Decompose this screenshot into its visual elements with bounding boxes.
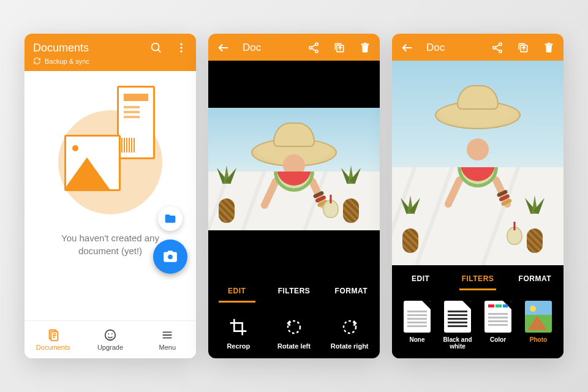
rotate-left-icon (282, 315, 306, 339)
document-preview[interactable] (392, 61, 564, 265)
tool-label: Rotate left (277, 342, 311, 350)
nav-label: Upgrade (97, 344, 123, 351)
crop-icon (227, 315, 250, 339)
svg-point-2 (180, 43, 182, 45)
svg-point-12 (108, 333, 109, 334)
nav-label: Menu (159, 344, 176, 351)
backup-sync-button[interactable]: Backup & sync (33, 57, 187, 65)
svg-point-5 (168, 255, 173, 260)
editor-tabs: EDIT FILTERS FORMAT (392, 265, 564, 292)
svg-rect-38 (548, 43, 551, 44)
svg-line-34 (496, 48, 499, 51)
nav-upgrade[interactable]: Upgrade (81, 321, 138, 358)
document-preview[interactable] (208, 61, 380, 277)
more-icon[interactable] (175, 41, 187, 55)
screen-title: Doc (426, 42, 483, 54)
back-icon[interactable] (217, 41, 230, 55)
svg-rect-25 (361, 43, 369, 45)
edit-tools: Recrop Rotate left Rotate right (208, 304, 380, 358)
svg-point-13 (111, 333, 113, 334)
search-icon[interactable] (149, 41, 163, 55)
back-icon[interactable] (401, 41, 414, 55)
screen-edit: Doc (208, 34, 380, 358)
filter-label: Color (490, 336, 506, 343)
bottom-nav: Documents Upgrade Menu (24, 320, 196, 358)
import-fab[interactable] (158, 206, 183, 231)
svg-point-0 (152, 43, 159, 51)
svg-point-30 (499, 43, 502, 45)
filter-label: Photo (530, 336, 547, 343)
delete-icon[interactable] (359, 42, 371, 54)
tool-label: Recrop (227, 342, 250, 350)
svg-point-18 (315, 43, 318, 45)
svg-point-28 (344, 321, 356, 333)
editor-tabs: EDIT FILTERS FORMAT (208, 277, 380, 304)
empty-illustration (52, 86, 168, 214)
svg-point-20 (315, 50, 318, 53)
svg-rect-26 (364, 43, 367, 44)
screen-filters: Doc (392, 34, 564, 358)
tool-recrop[interactable]: Recrop (212, 315, 265, 350)
screen-title: Documents (33, 42, 141, 55)
svg-point-3 (180, 47, 182, 48)
svg-point-19 (309, 47, 312, 49)
svg-point-27 (288, 321, 300, 333)
tool-label: Rotate right (331, 342, 369, 350)
svg-point-4 (180, 50, 182, 52)
share-icon[interactable] (491, 42, 503, 54)
empty-state: You haven't created any document (yet!) (24, 71, 196, 320)
app-bar: Doc (392, 34, 564, 61)
svg-point-31 (493, 47, 496, 49)
photo-placeholder (392, 61, 564, 265)
app-bar: Doc (208, 34, 380, 61)
screen-documents: Documents Backup & sync You haven't crea… (24, 34, 196, 358)
tab-filters[interactable]: FILTERS (265, 287, 322, 295)
screen-title: Doc (243, 42, 299, 54)
camera-fab[interactable] (153, 239, 187, 274)
delete-icon[interactable] (543, 42, 555, 54)
app-bar: Documents Backup & sync (24, 34, 196, 71)
nav-menu[interactable]: Menu (139, 321, 196, 358)
svg-point-32 (499, 50, 502, 53)
filter-color[interactable]: Color (480, 301, 516, 350)
nav-documents[interactable]: Documents (24, 321, 81, 358)
filter-thumb (444, 301, 471, 333)
tool-rotate-right[interactable]: Rotate right (323, 315, 376, 350)
filter-label: None (410, 336, 425, 343)
filter-photo[interactable]: Photo (521, 301, 556, 350)
svg-point-11 (105, 330, 116, 341)
svg-line-22 (312, 48, 315, 51)
photo-placeholder (208, 108, 380, 230)
svg-line-33 (496, 45, 499, 47)
filter-bw[interactable]: Black and white (440, 301, 475, 350)
tool-rotate-left[interactable]: Rotate left (268, 315, 321, 350)
svg-rect-7 (51, 332, 58, 341)
filter-thumb (484, 301, 511, 333)
svg-line-1 (158, 50, 160, 52)
rotate-right-icon (338, 315, 361, 339)
svg-line-21 (312, 45, 315, 47)
tab-format[interactable]: FORMAT (323, 287, 380, 295)
tab-filters[interactable]: FILTERS (449, 274, 506, 283)
filter-label: Black and white (440, 336, 475, 350)
export-icon[interactable] (333, 42, 345, 54)
filter-thumb (525, 301, 552, 333)
export-icon[interactable] (517, 42, 529, 54)
filter-none[interactable]: None (399, 301, 435, 350)
nav-label: Documents (36, 344, 70, 351)
tab-format[interactable]: FORMAT (507, 274, 564, 283)
tab-edit[interactable]: EDIT (392, 274, 449, 283)
svg-rect-37 (545, 43, 552, 45)
share-icon[interactable] (307, 42, 320, 54)
filter-options: None Black and white Color (392, 292, 564, 358)
empty-message: You haven't created any document (yet!) (55, 232, 165, 257)
backup-sync-label: Backup & sync (45, 58, 89, 65)
tab-edit[interactable]: EDIT (208, 287, 265, 295)
filter-thumb (404, 301, 431, 333)
